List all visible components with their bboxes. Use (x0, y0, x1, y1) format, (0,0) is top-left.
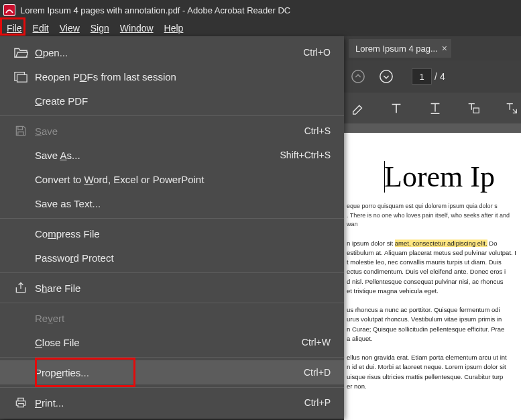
text-box-tool-icon[interactable] (464, 99, 482, 117)
share-icon (7, 281, 35, 295)
tab-label: Lorem Ipsum 4 pag... (355, 44, 438, 54)
acrobat-app-icon (3, 3, 16, 17)
menu-separator (0, 115, 344, 116)
document-subtitle: eque porro quisquam est qui dolorem ipsu… (344, 202, 521, 229)
menu-compress[interactable]: Compress File (0, 221, 344, 246)
menu-separator (0, 303, 344, 303)
menu-separator (0, 218, 344, 219)
document-paragraph-3: ellus non gravida erat. Etiam porta elem… (344, 353, 521, 391)
print-icon (7, 396, 35, 409)
menu-separator (0, 272, 344, 273)
file-dropdown-menu: Open... Ctrl+O Reopen PDFs from last ses… (0, 36, 344, 419)
menu-edit[interactable]: Edit (27, 21, 54, 35)
highlighted-text: amet, consectetur adipiscing elit. (395, 240, 487, 247)
document-paragraph-1: n ipsum dolor sit amet, consectetur adip… (344, 239, 521, 297)
menu-close-file[interactable]: Close File Ctrl+W (0, 330, 344, 354)
menu-save-as[interactable]: Save As... Shift+Ctrl+S (0, 143, 344, 167)
folder-open-icon (7, 46, 35, 59)
menu-sign[interactable]: Sign (85, 21, 115, 35)
document-page: Lorem Ip eque porro quisquam est qui dol… (344, 133, 521, 420)
menu-separator (0, 387, 344, 388)
document-viewport[interactable]: Lorem Ip eque porro quisquam est qui dol… (344, 123, 521, 420)
menu-window[interactable]: Window (115, 21, 159, 35)
page-up-icon[interactable] (349, 67, 367, 86)
menubar: File Edit View Sign Window Help (0, 20, 521, 36)
menu-save-text[interactable]: Save as Text... (0, 191, 344, 215)
svg-rect-6 (17, 74, 27, 82)
document-tab[interactable]: Lorem Ipsum 4 pag... × (349, 39, 451, 58)
text-callout-tool-icon[interactable] (503, 99, 521, 117)
menu-print[interactable]: Print... Ctrl+P (0, 390, 344, 415)
page-total: 4 (440, 71, 445, 82)
menu-file[interactable]: File (1, 21, 27, 35)
document-title: Lorem Ip (344, 160, 521, 194)
menu-view[interactable]: View (54, 21, 85, 35)
page-down-icon[interactable] (377, 67, 396, 86)
menu-reopen[interactable]: Reopen PDFs from last session (0, 64, 344, 89)
menu-open[interactable]: Open... Ctrl+O (0, 40, 344, 64)
titlebar: Lorem Ipsum 4 pages with annotation.pdf … (0, 0, 521, 20)
menu-save: Save Ctrl+S (0, 119, 344, 143)
close-tab-icon[interactable]: × (442, 43, 447, 54)
menu-separator (0, 357, 344, 358)
menu-convert[interactable]: Convert to Word, Excel or PowerPoint (0, 167, 344, 191)
document-paragraph-2: us rhoncus a nunc ac porttitor. Quisque … (344, 305, 521, 344)
menu-share[interactable]: Share File (0, 276, 344, 300)
svg-rect-4 (473, 108, 479, 113)
svg-point-3 (380, 70, 392, 83)
menu-password-protect[interactable]: Password Protect (0, 246, 344, 270)
menu-help[interactable]: Help (159, 21, 189, 35)
page-current-input[interactable] (412, 68, 432, 85)
reopen-icon (7, 70, 35, 83)
menu-properties[interactable]: Properties... Ctrl+D (0, 360, 344, 384)
underline-tool-icon[interactable] (426, 99, 444, 117)
page-indicator: / 4 (412, 68, 445, 85)
window-title: Lorem Ipsum 4 pages with annotation.pdf … (20, 5, 290, 15)
save-icon (7, 124, 35, 138)
page-sep: / (435, 71, 437, 82)
svg-point-2 (352, 70, 364, 83)
menu-create-pdf[interactable]: Create PDF (0, 89, 344, 113)
highlight-tool-icon[interactable] (349, 99, 367, 117)
text-tool-icon[interactable] (387, 99, 405, 117)
menu-revert: Revert (0, 306, 344, 330)
